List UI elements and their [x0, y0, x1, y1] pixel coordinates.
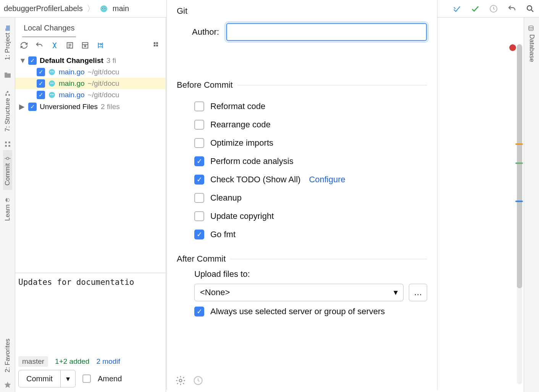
- tab-project[interactable]: 1: Project: [3, 20, 12, 65]
- option-label: Go fmt: [210, 230, 236, 239]
- undo-icon[interactable]: [507, 4, 517, 14]
- commit-message-input[interactable]: Updates for documentatio: [18, 278, 163, 354]
- author-label: Author:: [192, 27, 219, 37]
- default-changelist-node[interactable]: ▼ ✓ Default Changelist 3 fi: [15, 55, 166, 66]
- commit-button[interactable]: Commit ▾: [18, 370, 76, 387]
- tab-favorites[interactable]: 2: Favorites: [3, 334, 12, 377]
- svg-point-25: [50, 71, 52, 72]
- checkbox-icon[interactable]: [194, 193, 204, 203]
- expand-icon[interactable]: ▼: [19, 56, 25, 65]
- svg-point-34: [179, 379, 182, 382]
- svg-rect-10: [5, 72, 7, 74]
- commit-dropdown-icon[interactable]: ▾: [60, 370, 75, 387]
- svg-rect-12: [8, 94, 10, 96]
- caret-marker[interactable]: [515, 201, 523, 202]
- svg-rect-21: [156, 42, 158, 44]
- before-commit-option[interactable]: ✓Check TODO (Show All)Configure: [194, 175, 427, 185]
- collapse-icon[interactable]: ▶: [19, 102, 25, 111]
- unshelve-icon[interactable]: [95, 40, 105, 50]
- commit-panel: Local Changes ▼ ✓ Default Changelist 3 f…: [15, 18, 166, 392]
- changes-status-bar: master 1+2 added 2 modif: [15, 354, 166, 370]
- before-commit-option[interactable]: Reformat code: [194, 101, 427, 111]
- svg-point-31: [50, 94, 52, 95]
- right-tool-strip: Database: [524, 18, 539, 392]
- before-commit-option[interactable]: Cleanup: [194, 193, 427, 203]
- svg-rect-16: [5, 145, 7, 147]
- before-commit-option[interactable]: Optimize imports: [194, 138, 427, 148]
- change-marker[interactable]: [515, 162, 523, 164]
- clock-icon[interactable]: [489, 4, 499, 14]
- svg-rect-14: [5, 141, 7, 143]
- checkbox-icon[interactable]: ✓: [28, 103, 37, 111]
- checkbox-icon[interactable]: [194, 138, 204, 148]
- changelist-icon[interactable]: [65, 40, 75, 50]
- option-label: Optimize imports: [210, 138, 273, 148]
- commit-check-icon[interactable]: [470, 4, 480, 14]
- update-project-icon[interactable]: [452, 4, 462, 14]
- added-count: 1+2 added: [55, 357, 89, 366]
- upload-target-select[interactable]: <None> ▾: [194, 284, 403, 301]
- author-input[interactable]: [226, 23, 427, 41]
- tab-commit[interactable]: Commit: [3, 150, 12, 190]
- go-file-icon: [48, 80, 56, 87]
- top-toolbar: [452, 4, 535, 14]
- commit-message-box[interactable]: Updates for documentatio: [15, 273, 166, 354]
- modified-count: 2 modif: [96, 357, 120, 366]
- error-indicator-icon[interactable]: [509, 44, 516, 51]
- amend-checkbox[interactable]: [82, 374, 91, 383]
- before-commit-options: Reformat codeRearrange codeOptimize impo…: [194, 101, 427, 239]
- changes-toolbar: [15, 37, 166, 53]
- before-commit-option[interactable]: Update copyright: [194, 211, 427, 221]
- svg-rect-8: [5, 29, 7, 31]
- svg-rect-13: [7, 91, 8, 93]
- before-commit-option[interactable]: Rearrange code: [194, 120, 427, 130]
- tab-local-changes[interactable]: Local Changes: [22, 21, 76, 37]
- changed-file-row[interactable]: ✓ main.go ~/git/docu: [15, 66, 166, 78]
- rollback-icon[interactable]: [34, 40, 44, 50]
- checkbox-icon[interactable]: ✓: [194, 230, 204, 239]
- svg-point-28: [50, 82, 52, 84]
- warning-marker[interactable]: [515, 143, 523, 145]
- before-commit-option[interactable]: ✓Go fmt: [194, 230, 427, 239]
- always-use-checkbox[interactable]: ✓: [194, 307, 204, 316]
- svg-point-32: [52, 94, 53, 95]
- unversioned-node[interactable]: ▶ ✓ Unversioned Files 2 files: [15, 101, 166, 112]
- svg-point-18: [6, 157, 9, 160]
- configure-link[interactable]: Configure: [309, 175, 345, 185]
- checkbox-icon[interactable]: ✓: [37, 91, 45, 99]
- changed-file-row[interactable]: ✓ main.go ~/git/docu: [15, 78, 166, 89]
- group-by-icon[interactable]: [152, 40, 162, 50]
- checkbox-icon[interactable]: [194, 101, 204, 111]
- svg-point-24: [49, 69, 55, 75]
- tab-structure[interactable]: 7: Structure: [3, 85, 12, 136]
- svg-point-26: [52, 71, 53, 72]
- checkbox-icon[interactable]: ✓: [37, 79, 45, 88]
- breadcrumb-project[interactable]: debuggerProfilerLabels: [4, 4, 83, 13]
- before-commit-option[interactable]: ✓Perform code analysis: [194, 156, 427, 166]
- gear-icon[interactable]: [175, 375, 186, 386]
- tab-learn[interactable]: Learn: [3, 191, 12, 225]
- history-icon[interactable]: [193, 375, 203, 386]
- checkbox-icon[interactable]: [194, 211, 204, 221]
- diff-icon[interactable]: [50, 40, 60, 50]
- option-label: Reformat code: [210, 101, 265, 111]
- checkbox-icon[interactable]: ✓: [37, 68, 45, 76]
- checkbox-icon[interactable]: ✓: [194, 156, 204, 166]
- svg-rect-23: [156, 45, 158, 47]
- breadcrumb-file[interactable]: main: [113, 4, 129, 13]
- shelve-icon[interactable]: [80, 40, 90, 50]
- amend-label: Amend: [98, 374, 122, 383]
- editor-scrollbar[interactable]: [517, 44, 522, 384]
- refresh-icon[interactable]: [19, 40, 29, 50]
- commit-button-main[interactable]: Commit: [19, 370, 60, 387]
- changed-file-row[interactable]: ✓ main.go ~/git/docu: [15, 89, 166, 101]
- checkbox-icon[interactable]: ✓: [28, 56, 37, 65]
- branch-badge[interactable]: master: [18, 356, 48, 367]
- checkbox-icon[interactable]: ✓: [194, 175, 204, 185]
- checkbox-icon[interactable]: [194, 120, 204, 130]
- before-commit-section: Before Commit: [177, 80, 427, 90]
- tab-database[interactable]: Database: [527, 21, 536, 66]
- upload-browse-button[interactable]: …: [409, 284, 427, 301]
- go-file-icon: [99, 4, 109, 14]
- search-icon[interactable]: [525, 4, 535, 14]
